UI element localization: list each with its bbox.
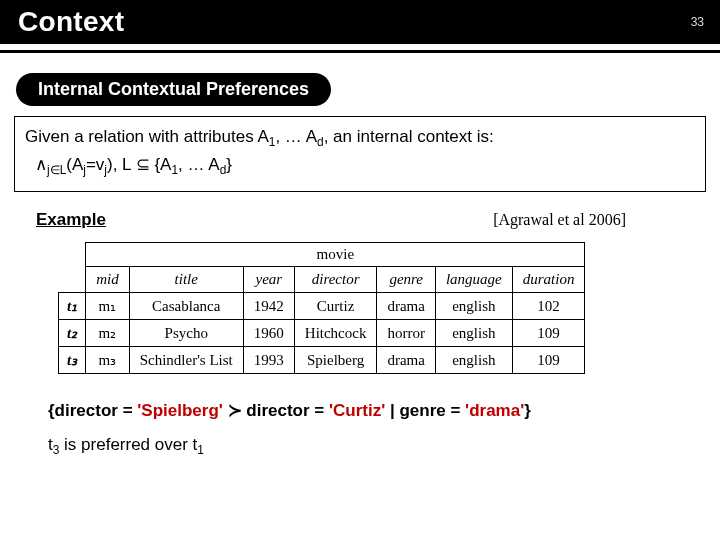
definition-line-1: Given a relation with attributes A1, … A… (25, 125, 695, 151)
table-row: t₃ m₃ Schindler's List 1993 Spielberg dr… (59, 347, 585, 374)
definition-line-2: ∧j∈L(Aj=vj), L ⊆ {A1, … Ad} (35, 153, 695, 179)
col-duration: duration (512, 267, 585, 293)
definition-box: Given a relation with attributes A1, … A… (14, 116, 706, 192)
col-genre: genre (377, 267, 436, 293)
section-heading-pill: Internal Contextual Preferences (16, 73, 331, 106)
citation: [Agrawal et al 2006] (493, 211, 626, 229)
col-year: year (243, 267, 294, 293)
table-group-header: movie (86, 243, 585, 267)
movie-table: movie mid title year director genre lang… (58, 242, 720, 374)
col-language: language (435, 267, 512, 293)
preference-expression: {director = 'Spielberg' ≻ director = 'Cu… (48, 400, 720, 421)
col-director: director (294, 267, 377, 293)
example-label: Example (36, 210, 106, 230)
title-bar: Context 33 (0, 0, 720, 44)
table-row: t₁ m₁ Casablanca 1942 Curtiz drama engli… (59, 293, 585, 320)
page-number: 33 (691, 15, 704, 29)
conclusion-line: t3 is preferred over t1 (48, 435, 720, 457)
slide-title: Context (18, 6, 124, 38)
col-title: title (129, 267, 243, 293)
col-mid: mid (86, 267, 130, 293)
table-row: t₂ m₂ Psycho 1960 Hitchcock horror engli… (59, 320, 585, 347)
